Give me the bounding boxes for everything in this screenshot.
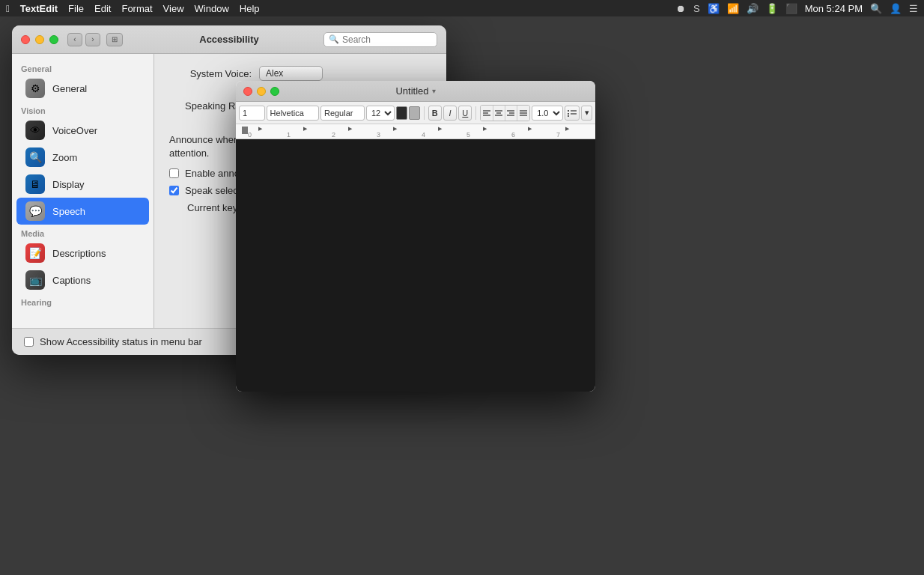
menu-window[interactable]: Window — [195, 3, 229, 14]
alignment-group — [480, 105, 530, 121]
menu-view[interactable]: View — [163, 3, 184, 14]
volume-icon[interactable]: 🔊 — [747, 3, 759, 14]
tab-stop-4: ▶ — [393, 126, 397, 132]
show-status-checkbox[interactable] — [24, 337, 34, 347]
clock: Mon 5:24 PM — [805, 3, 863, 14]
tab-stop-3: ▶ — [348, 126, 352, 132]
menu-edit[interactable]: Edit — [94, 3, 111, 14]
sidebar-item-zoom[interactable]: 🔍 Zoom — [16, 144, 149, 171]
search-container: 🔍 — [323, 32, 437, 47]
show-status-label: Show Accessibility status in menu bar — [40, 336, 202, 347]
sidebar-label-captions: Captions — [52, 275, 91, 286]
list-button[interactable] — [565, 106, 580, 121]
background-color-button[interactable] — [409, 106, 420, 120]
sidebar-item-descriptions[interactable]: 📝 Descriptions — [16, 240, 149, 267]
menu-help[interactable]: Help — [240, 3, 260, 14]
line-spacing-select[interactable]: 1.0 1.5 2.0 — [532, 106, 563, 121]
enable-announce-checkbox[interactable] — [169, 168, 179, 178]
te-close-button[interactable] — [243, 87, 252, 96]
te-maximize-button[interactable] — [270, 87, 279, 96]
underline-button[interactable]: U — [458, 106, 472, 121]
system-voice-label: System Voice: — [169, 68, 252, 79]
ruler-mark-4: 4 — [422, 131, 425, 139]
maximize-button[interactable] — [49, 35, 58, 44]
te-traffic-lights — [243, 87, 279, 96]
sidebar-label-voiceover: VoiceOver — [52, 125, 97, 136]
ruler-mark-5: 5 — [466, 131, 470, 139]
toolbar-separator-2 — [475, 106, 476, 120]
tab-stop-2: ▶ — [303, 126, 307, 132]
menubar:  TextEdit File Edit Format View Window … — [0, 0, 924, 16]
align-left-button[interactable] — [481, 106, 493, 121]
system-voice-select[interactable]: Alex Samantha Victoria — [259, 66, 323, 81]
close-button[interactable] — [21, 35, 30, 44]
grid-button[interactable]: ⊞ — [106, 33, 123, 46]
system-voice-row: System Voice: Alex Samantha Victoria — [169, 66, 431, 81]
minimize-button[interactable] — [35, 35, 44, 44]
textedit-ruler: 0 1 2 3 4 5 6 7 ▶ ▶ ▶ ▶ ▶ ▶ ▶ ▶ — [236, 124, 595, 139]
display-icon[interactable]: ⬛ — [785, 3, 797, 14]
sidebar-item-captions[interactable]: 📺 Captions — [16, 267, 149, 293]
ruler-mark-3: 3 — [377, 131, 380, 139]
back-button[interactable]: ‹ — [67, 33, 82, 46]
hearing-section-label: Hearing — [12, 293, 154, 308]
menu-extra-icon[interactable]: ☰ — [909, 3, 918, 14]
more-button[interactable]: ▾ — [581, 106, 592, 121]
ruler-mark-6: 6 — [511, 131, 515, 139]
traffic-lights — [21, 35, 58, 44]
textedit-editor[interactable] — [236, 139, 595, 392]
sidebar-item-display[interactable]: 🖥 Display — [16, 171, 149, 198]
battery-icon[interactable]: 🔋 — [766, 3, 778, 14]
menu-file[interactable]: File — [68, 3, 84, 14]
style-select[interactable]: 1 — [239, 106, 265, 121]
speak-selected-checkbox[interactable] — [169, 186, 179, 195]
svg-rect-12 — [568, 110, 569, 112]
sidebar-item-general[interactable]: ⚙ General — [16, 75, 149, 102]
ruler-mark-2: 2 — [332, 131, 335, 139]
forward-button[interactable]: › — [85, 33, 100, 46]
record-icon[interactable]: ⏺ — [676, 3, 686, 14]
textedit-window: Untitled ▾ 1 Helvetica Regular 12 B I U — [236, 81, 595, 392]
apple-menu[interactable]:  — [6, 3, 10, 14]
font-select[interactable]: Helvetica — [267, 106, 319, 121]
sidebar: General ⚙ General Vision 👁 VoiceOver 🔍 Z… — [12, 54, 154, 328]
menu-textedit[interactable]: TextEdit — [20, 3, 58, 14]
user-icon[interactable]: 👤 — [890, 3, 902, 14]
align-right-button[interactable] — [505, 106, 517, 121]
wifi-icon[interactable]: 📶 — [727, 3, 739, 14]
search-icon: 🔍 — [329, 34, 339, 44]
search-icon[interactable]: 🔍 — [870, 3, 882, 14]
skype-icon[interactable]: S — [693, 3, 700, 14]
sidebar-label-display: Display — [52, 179, 85, 190]
align-justify-button[interactable] — [517, 106, 529, 121]
zoom-icon: 🔍 — [25, 147, 45, 167]
sidebar-label-zoom: Zoom — [52, 152, 77, 163]
textedit-titlebar: Untitled ▾ — [236, 81, 595, 102]
tab-stop-1: ▶ — [258, 126, 262, 132]
svg-rect-16 — [568, 115, 569, 117]
align-center-button[interactable] — [493, 106, 505, 121]
tab-stop-5: ▶ — [438, 126, 442, 132]
size-select[interactable]: 12 — [366, 106, 395, 121]
italic-button[interactable]: I — [443, 106, 457, 121]
general-icon: ⚙ — [25, 79, 45, 98]
title-chevron-icon: ▾ — [432, 87, 436, 95]
tab-stop-end: ▶ — [565, 126, 569, 132]
te-minimize-button[interactable] — [257, 87, 266, 96]
speech-icon: 💬 — [25, 201, 45, 221]
voiceover-icon: 👁 — [25, 121, 45, 140]
weight-select[interactable]: Regular — [320, 106, 365, 121]
search-input[interactable] — [342, 34, 432, 45]
sidebar-item-voiceover[interactable]: 👁 VoiceOver — [16, 117, 149, 144]
sidebar-label-descriptions: Descriptions — [52, 248, 106, 259]
descriptions-icon: 📝 — [25, 243, 45, 263]
sidebar-label-speech: Speech — [52, 206, 85, 217]
general-section-label: General — [12, 60, 154, 75]
menu-format[interactable]: Format — [121, 3, 152, 14]
sidebar-item-speech[interactable]: 💬 Speech — [16, 198, 149, 225]
text-color-button[interactable] — [396, 106, 407, 120]
toolbar-separator-1 — [424, 106, 425, 120]
sidebar-label-general: General — [52, 83, 87, 94]
accessibility-icon[interactable]: ♿ — [708, 3, 720, 14]
bold-button[interactable]: B — [428, 106, 442, 121]
